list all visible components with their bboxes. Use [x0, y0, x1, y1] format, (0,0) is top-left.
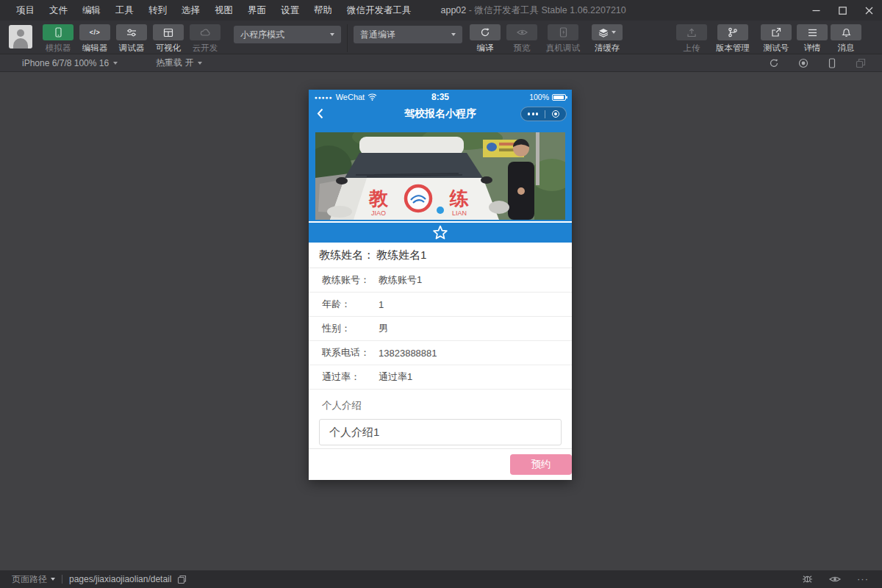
wifi-icon: [368, 93, 377, 101]
coach-gender-row: 性别： 男: [309, 317, 572, 341]
menu-settings[interactable]: 设置: [273, 0, 306, 21]
book-button[interactable]: 预约: [510, 454, 572, 475]
menu-view[interactable]: 视图: [207, 0, 240, 21]
clock: 8:35: [431, 92, 449, 102]
more-options-icon[interactable]: ···: [857, 576, 869, 583]
simulator-button[interactable]: 模拟器: [40, 24, 76, 54]
capsule-menu: [520, 107, 567, 121]
version-manage-button[interactable]: 版本管理: [709, 24, 757, 54]
coach-name-label: 教练姓名：: [319, 248, 374, 262]
titlebar: 项目 文件 编辑 工具 转到 选择 视图 界面 设置 帮助 微信开发者工具 ap…: [0, 0, 882, 21]
minimize-capsule-icon[interactable]: [552, 110, 559, 118]
page-path-select[interactable]: 页面路径: [12, 573, 55, 586]
eye-icon[interactable]: [829, 575, 841, 584]
mode-select[interactable]: 小程序模式: [234, 26, 341, 43]
chevron-down-icon: [451, 33, 456, 36]
messages-button[interactable]: 消息: [829, 24, 863, 54]
chevron-down-icon: [51, 578, 55, 581]
chevron-down-icon: [198, 62, 202, 65]
compile-button[interactable]: 编译: [467, 24, 503, 54]
bottom-bar: 页面路径 pages/jiaxiaojiaolian/detail ···: [0, 570, 882, 588]
sliders-icon: [126, 28, 137, 37]
hot-reload-select[interactable]: 热重载 开: [156, 57, 202, 69]
phone-nav-bar: 驾校报名小程序: [309, 104, 572, 123]
menu-edit[interactable]: 编辑: [75, 0, 108, 21]
svg-text:练: 练: [449, 187, 469, 209]
phone-status-bar: ●●●●● WeChat 8:35 100%: [309, 90, 572, 104]
coach-photo-swiper[interactable]: 教 练 JIAO LIAN: [309, 123, 572, 221]
close-icon: [865, 7, 873, 15]
bell-icon: [842, 27, 851, 37]
coach-pass-rate-row: 通过率： 通过率1: [309, 365, 572, 390]
menu-project[interactable]: 项目: [9, 0, 42, 21]
device-debug-button[interactable]: 真机调试: [540, 24, 586, 54]
minimize-button[interactable]: [803, 0, 829, 21]
signal-dots-icon: ●●●●●: [315, 95, 333, 100]
wechat-devtools-window: 项目 文件 编辑 工具 转到 选择 视图 界面 设置 帮助 微信开发者工具 ap…: [0, 0, 882, 588]
window-title: app02 - 微信开发者工具 Stable 1.06.2207210: [441, 4, 626, 17]
device-select[interactable]: iPhone 6/7/8 100% 16: [22, 58, 118, 68]
coach-phone-row: 联系电话： 13823888881: [309, 341, 572, 365]
debugger-button[interactable]: 调试器: [113, 24, 150, 54]
clear-cache-button[interactable]: 清缓存: [586, 24, 628, 54]
device-frame-icon[interactable]: [828, 58, 836, 68]
code-icon: </>: [90, 29, 101, 36]
menu-help[interactable]: 帮助: [306, 0, 340, 21]
git-branch-icon: [728, 27, 738, 37]
test-account-button[interactable]: 测试号: [757, 24, 795, 54]
chevron-down-icon: [113, 62, 118, 65]
cloud-dev-button[interactable]: 云开发: [187, 24, 223, 54]
details-button[interactable]: 详情: [795, 24, 829, 54]
svg-text:LIAN: LIAN: [452, 209, 467, 217]
svg-text:教: 教: [368, 187, 389, 209]
intro-input[interactable]: 个人介绍1: [319, 419, 562, 445]
page-path: pages/jiaxiaojiaolian/detail: [69, 574, 171, 584]
coach-name-row: 教练姓名： 教练姓名1: [309, 243, 572, 268]
upload-button[interactable]: 上传: [675, 24, 709, 54]
coach-age-row: 年龄： 1: [309, 293, 572, 317]
minimize-icon: [812, 7, 820, 15]
menu-file[interactable]: 文件: [42, 0, 75, 21]
maximize-button[interactable]: [829, 0, 856, 21]
close-button[interactable]: [856, 0, 882, 21]
menu-goto[interactable]: 转到: [141, 0, 174, 21]
menu-tools[interactable]: 工具: [108, 0, 141, 21]
preview-button[interactable]: 预览: [503, 24, 540, 54]
rotate-icon[interactable]: [769, 58, 779, 68]
coach-name-value: 教练姓名1: [376, 248, 426, 262]
star-icon: [432, 225, 448, 240]
multi-window-icon[interactable]: [856, 58, 866, 68]
refresh-icon: [480, 27, 490, 37]
external-link-icon: [771, 27, 781, 37]
simulator-canvas: ●●●●● WeChat 8:35 100% 驾校报名小程序: [0, 72, 882, 570]
avatar[interactable]: [9, 25, 32, 49]
menu-interface[interactable]: 界面: [240, 0, 273, 21]
favorite-bar[interactable]: [309, 223, 572, 243]
toolbar: 模拟器 </> 编辑器 调试器 可视化 云开发 小程序模式 普通编译 编译: [0, 21, 882, 54]
eye-icon: [517, 28, 528, 37]
battery-percent: 100%: [529, 93, 549, 101]
menu-devtools[interactable]: 微信开发者工具: [340, 0, 419, 21]
phone-footer: 预约: [309, 448, 572, 480]
cloud-icon: [200, 28, 211, 37]
battery-icon: [552, 94, 566, 101]
menu-select[interactable]: 选择: [174, 0, 207, 21]
chevron-down-icon: [330, 33, 334, 36]
menu-lines-icon: [808, 29, 817, 37]
layers-icon: [598, 28, 609, 37]
more-icon[interactable]: [528, 112, 539, 115]
maximize-icon: [839, 7, 847, 15]
phone-icon: [54, 27, 63, 37]
bug-icon[interactable]: [802, 574, 813, 584]
phone-simulator: ●●●●● WeChat 8:35 100% 驾校报名小程序: [309, 90, 572, 480]
compile-mode-select[interactable]: 普通编译: [354, 26, 462, 43]
visualize-button[interactable]: 可视化: [150, 24, 187, 54]
editor-button[interactable]: </> 编辑器: [76, 24, 113, 54]
back-icon[interactable]: [317, 108, 323, 119]
layout-window-icon: [163, 28, 173, 37]
intro-label: 个人介绍: [322, 399, 572, 412]
copy-icon[interactable]: [177, 575, 187, 584]
device-bar: iPhone 6/7/8 100% 16 热重载 开: [0, 54, 882, 72]
record-icon[interactable]: [798, 58, 808, 68]
chevron-down-icon: [612, 31, 616, 34]
